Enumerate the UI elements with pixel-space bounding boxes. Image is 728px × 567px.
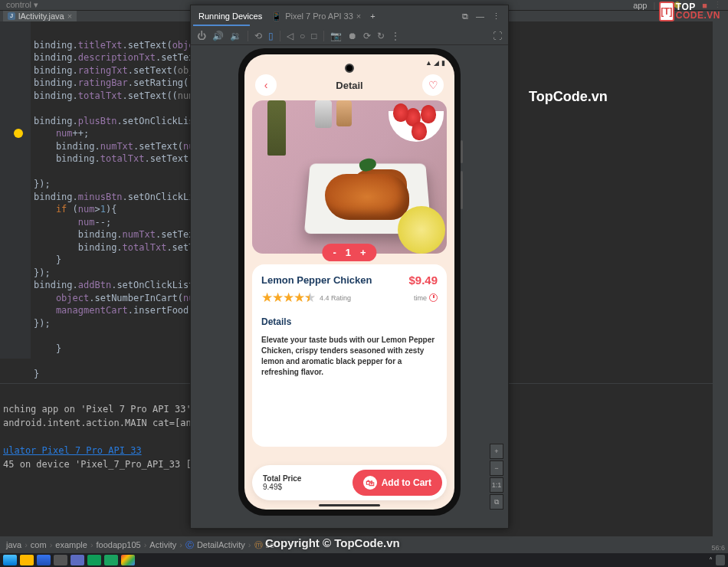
time-info: time bbox=[414, 293, 438, 302]
food-description: Elevate your taste buds with our Lemon P… bbox=[261, 335, 438, 378]
copyright-watermark: Copyright © TopCode.vn bbox=[265, 536, 400, 549]
tab-running-devices[interactable]: Running Devices bbox=[198, 7, 262, 25]
settings-icon[interactable]: ↻ bbox=[377, 31, 385, 41]
taskbar-app-2[interactable] bbox=[20, 555, 34, 565]
star-icon: ★ bbox=[272, 290, 283, 306]
chrome-icon[interactable] bbox=[121, 555, 135, 565]
emu-zoom-controls: + − 1:1 ⧉ bbox=[490, 444, 503, 510]
rating-stars: ★★★★★ bbox=[261, 290, 315, 306]
phone-side-button bbox=[461, 140, 463, 163]
qty-minus-button[interactable]: - bbox=[333, 247, 336, 258]
star-icon: ★ bbox=[261, 290, 272, 306]
quantity-stepper: - 1 + bbox=[322, 244, 376, 261]
taskbar-app-4[interactable] bbox=[54, 555, 67, 565]
qty-value: 1 bbox=[346, 247, 351, 258]
ide-left-controls: control ▾ bbox=[6, 0, 38, 10]
rotate-left-icon[interactable]: ⟲ bbox=[254, 31, 262, 41]
zoom-actual-button[interactable]: 1:1 bbox=[490, 477, 503, 493]
taskbar-app-1[interactable] bbox=[3, 555, 17, 565]
rating-text: 4.4 Rating bbox=[320, 294, 351, 302]
more-icon[interactable]: ⋮ bbox=[492, 11, 500, 21]
favorite-button[interactable]: ♡ bbox=[422, 74, 444, 96]
food-price: $9.49 bbox=[408, 274, 438, 287]
taskbar-app-7[interactable] bbox=[104, 555, 118, 565]
record-icon[interactable]: ⏺ bbox=[348, 31, 357, 41]
tray-icon[interactable] bbox=[716, 555, 725, 565]
add-to-cart-button[interactable]: 🛍 Add to Cart bbox=[353, 470, 442, 496]
qty-plus-button[interactable]: + bbox=[360, 247, 366, 258]
tab-title: lActivity.java bbox=[18, 11, 64, 21]
bulb-icon[interactable] bbox=[14, 129, 23, 138]
page-title: Detail bbox=[336, 80, 362, 91]
emu-header: Running Devices 📱Pixel 7 Pro API 33× + ⧉… bbox=[191, 5, 508, 27]
star-icon: ★ bbox=[293, 290, 304, 306]
device-frame-icon[interactable]: ▯ bbox=[268, 31, 274, 41]
cart-icon: 🛍 bbox=[363, 476, 377, 490]
topcode-watermark: TopCode.vn bbox=[529, 89, 608, 105]
back-nav-icon[interactable]: ◁ bbox=[287, 31, 293, 41]
java-icon: J bbox=[8, 12, 15, 20]
close-icon[interactable]: × bbox=[67, 11, 72, 21]
detail-header: ‹ Detail ♡ bbox=[244, 71, 454, 99]
back-button[interactable]: ‹ bbox=[255, 74, 277, 96]
tab-device[interactable]: 📱Pixel 7 Pro API 33× bbox=[271, 11, 361, 21]
screenshot-icon[interactable]: 📷 bbox=[330, 31, 342, 41]
total-price: Total Price 9.49$ bbox=[263, 474, 301, 491]
detail-card: Lemon Pepper Chicken $9.49 ★★★★★ 4.4 Rat… bbox=[252, 264, 447, 447]
cart-bar: Total Price 9.49$ 🛍 Add to Cart bbox=[252, 465, 447, 500]
power-icon[interactable]: ⏻ bbox=[197, 31, 206, 41]
phone-side-button bbox=[461, 171, 463, 209]
window-icon[interactable]: ⧉ bbox=[462, 11, 468, 21]
gutter bbox=[0, 21, 31, 359]
food-image bbox=[252, 100, 447, 254]
vol-up-icon[interactable]: 🔊 bbox=[212, 31, 224, 41]
vol-down-icon[interactable]: 🔉 bbox=[230, 31, 241, 41]
star-icon: ★ bbox=[283, 290, 293, 306]
toolbar-more-icon[interactable]: ⋮ bbox=[391, 31, 400, 41]
nav-handle[interactable] bbox=[319, 504, 380, 506]
phone-screen[interactable]: ▲ ◢ ▮ ‹ Detail ♡ bbox=[244, 54, 454, 510]
emulator-window: Running Devices 📱Pixel 7 Pro API 33× + ⧉… bbox=[190, 5, 509, 529]
caret-pos: 56:6 bbox=[711, 544, 725, 552]
emu-toolbar: ⏻ 🔊 🔉 ⟲ ▯ ◁ ○ □ 📷 ⏺ ⟳ ↻ ⋮ ⛶ bbox=[191, 27, 508, 45]
minimize-icon[interactable]: — bbox=[476, 11, 484, 21]
rotate-right-icon[interactable]: ⟳ bbox=[363, 31, 371, 41]
taskbar-app-6[interactable] bbox=[87, 555, 101, 565]
expand-icon[interactable]: ⛶ bbox=[493, 31, 502, 41]
os-taskbar[interactable]: ˄ bbox=[0, 553, 728, 567]
tab-underline bbox=[193, 25, 250, 26]
app-label: app bbox=[633, 1, 647, 10]
home-nav-icon[interactable]: ○ bbox=[300, 31, 305, 41]
editor-tab[interactable]: J lActivity.java × bbox=[3, 11, 77, 21]
star-half-icon: ★ bbox=[304, 290, 315, 306]
taskbar-app-5[interactable] bbox=[71, 555, 84, 565]
details-heading: Details bbox=[261, 316, 438, 327]
add-device-icon[interactable]: + bbox=[370, 11, 375, 21]
zoom-fit-button[interactable]: ⧉ bbox=[490, 494, 503, 510]
taskbar-app-3[interactable] bbox=[37, 555, 51, 565]
phone-frame: ▲ ◢ ▮ ‹ Detail ♡ bbox=[238, 48, 461, 516]
zoom-in-button[interactable]: + bbox=[490, 444, 503, 459]
camera-cutout bbox=[345, 64, 354, 73]
overview-nav-icon[interactable]: □ bbox=[311, 31, 316, 41]
food-image-wrap: - 1 + bbox=[252, 100, 447, 254]
zoom-out-button[interactable]: − bbox=[490, 460, 503, 476]
tray-chevron-icon[interactable]: ˄ bbox=[709, 556, 713, 565]
emu-canvas: ▲ ◢ ▮ ‹ Detail ♡ bbox=[191, 45, 508, 528]
clock-icon bbox=[429, 293, 438, 302]
device-link[interactable]: ulator Pixel 7 Pro API 33 bbox=[3, 445, 142, 456]
ide-right-rail bbox=[713, 21, 728, 536]
food-name: Lemon Pepper Chicken bbox=[261, 274, 372, 286]
topcode-logo: [T] TOPCODE.VN bbox=[659, 2, 720, 21]
